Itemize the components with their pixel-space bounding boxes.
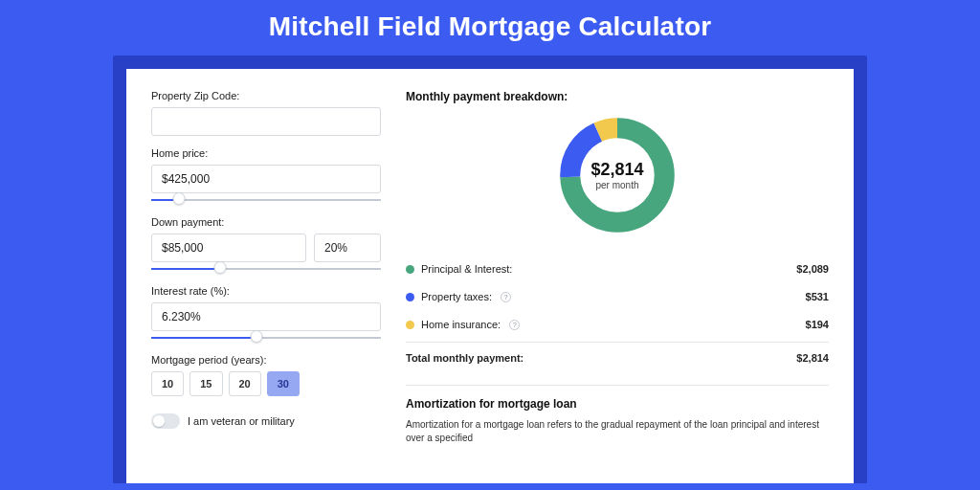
rate-input[interactable] — [151, 302, 381, 331]
rate-label: Interest rate (%): — [151, 285, 381, 297]
period-option-20[interactable]: 20 — [229, 371, 261, 396]
legend-swatch-icon — [406, 321, 414, 329]
slider-knob-icon[interactable] — [214, 261, 227, 274]
total-value: $2,814 — [796, 352, 829, 364]
down-payment-input[interactable] — [151, 234, 306, 262]
home-price-label: Home price: — [151, 147, 381, 159]
toggle-knob-icon — [153, 415, 165, 427]
legend-value: $531 — [806, 291, 829, 302]
donut-center: $2,814 per month — [555, 113, 679, 237]
amortization-section: Amortization for mortgage loan Amortizat… — [406, 385, 829, 445]
down-payment-pct-input[interactable] — [314, 234, 381, 262]
field-zip: Property Zip Code: — [151, 90, 381, 136]
page-title: Mitchell Field Mortgage Calculator — [0, 0, 980, 56]
legend-swatch-icon — [406, 293, 414, 301]
legend-swatch-icon — [406, 265, 414, 274]
amortization-body: Amortization for a mortgage loan refers … — [406, 418, 829, 445]
slider-knob-icon[interactable] — [172, 192, 185, 205]
field-down-payment: Down payment: — [151, 216, 381, 274]
donut-sub: per month — [595, 180, 638, 190]
help-icon[interactable]: ? — [509, 320, 520, 330]
down-payment-label: Down payment: — [151, 216, 381, 228]
rate-slider[interactable] — [151, 333, 381, 343]
legend-row: Property taxes:?$531 — [406, 282, 829, 310]
down-payment-slider[interactable] — [151, 264, 381, 274]
period-options: 10152030 — [151, 371, 381, 396]
field-home-price: Home price: — [151, 147, 381, 205]
home-price-slider[interactable] — [151, 195, 381, 205]
period-label: Mortgage period (years): — [151, 354, 381, 366]
donut-amount: $2,814 — [590, 160, 643, 180]
home-price-input[interactable] — [151, 165, 381, 193]
legend-label: Home insurance:? — [406, 319, 520, 330]
veteran-label: I am veteran or military — [188, 415, 295, 427]
zip-label: Property Zip Code: — [151, 90, 381, 101]
breakdown-legend: Principal & Interest:$2,089Property taxe… — [406, 255, 829, 338]
content-band: Property Zip Code: Home price: Down paym… — [113, 56, 867, 483]
field-rate: Interest rate (%): — [151, 285, 381, 343]
form-column: Property Zip Code: Home price: Down paym… — [151, 90, 381, 445]
amortization-title: Amortization for mortgage loan — [406, 397, 829, 411]
period-option-30[interactable]: 30 — [267, 371, 300, 396]
legend-label: Property taxes:? — [406, 291, 511, 302]
zip-input[interactable] — [151, 107, 381, 136]
help-icon[interactable]: ? — [501, 292, 511, 302]
legend-value: $2,089 — [796, 263, 829, 275]
legend-label: Principal & Interest: — [406, 263, 512, 275]
breakdown-column: Monthly payment breakdown: $2,814 per mo… — [406, 90, 829, 445]
period-option-10[interactable]: 10 — [151, 371, 184, 396]
veteran-toggle[interactable] — [151, 413, 180, 429]
calculator-card: Property Zip Code: Home price: Down paym… — [126, 69, 854, 483]
total-label: Total monthly payment: — [406, 352, 523, 364]
legend-row: Principal & Interest:$2,089 — [406, 255, 829, 282]
legend-row: Home insurance:?$194 — [406, 310, 829, 338]
veteran-row: I am veteran or military — [151, 413, 381, 429]
slider-knob-icon[interactable] — [251, 330, 263, 343]
donut-chart: $2,814 per month — [406, 103, 829, 255]
field-period: Mortgage period (years): 10152030 — [151, 354, 381, 396]
total-row: Total monthly payment: $2,814 — [406, 342, 829, 371]
breakdown-title: Monthly payment breakdown: — [406, 90, 829, 103]
period-option-15[interactable]: 15 — [189, 371, 222, 396]
legend-value: $194 — [806, 319, 829, 330]
